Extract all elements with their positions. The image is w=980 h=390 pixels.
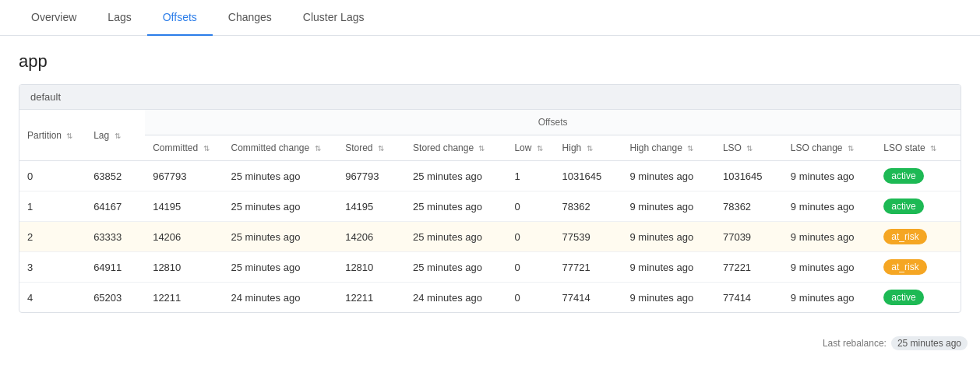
- cell-lso-change: 9 minutes ago: [783, 283, 876, 313]
- cell-stored: 12211: [337, 283, 405, 313]
- cell-lag: 63852: [86, 161, 145, 191]
- cell-committed-change: 25 minutes ago: [223, 252, 337, 283]
- cell-low: 0: [506, 283, 554, 313]
- sort-icon-high: ⇅: [587, 144, 593, 153]
- cell-low: 1: [506, 161, 554, 191]
- cell-low: 0: [506, 222, 554, 252]
- col-header-lso-change[interactable]: LSO change ⇅: [783, 135, 876, 161]
- table-row: 2633331420625 minutes ago1420625 minutes…: [19, 222, 961, 252]
- cell-lag: 64167: [86, 191, 145, 222]
- col-header-committed[interactable]: Committed ⇅: [145, 135, 223, 161]
- table-row: 4652031221124 minutes ago1221124 minutes…: [19, 283, 961, 313]
- table-card: default Partition ⇅ Lag ⇅ Offsets: [19, 84, 961, 313]
- cell-committed: 967793: [145, 161, 223, 191]
- app-title: app: [19, 51, 961, 72]
- cell-high: 77414: [555, 283, 622, 313]
- cell-high: 77539: [555, 222, 622, 252]
- cell-committed-change: 25 minutes ago: [223, 191, 337, 222]
- cell-lso-change: 9 minutes ago: [783, 161, 876, 191]
- col-header-lso[interactable]: LSO ⇅: [715, 135, 783, 161]
- cell-lso-change: 9 minutes ago: [783, 252, 876, 283]
- cell-lso: 77039: [715, 222, 783, 252]
- cell-stored-change: 24 minutes ago: [405, 283, 506, 313]
- cell-committed: 14206: [145, 222, 223, 252]
- cell-lso-change: 9 minutes ago: [783, 191, 876, 222]
- table-row: 1641671419525 minutes ago1419525 minutes…: [19, 191, 961, 222]
- cell-lso: 77221: [715, 252, 783, 283]
- tab-overview[interactable]: Overview: [16, 0, 92, 36]
- sort-icon-committed-change: ⇅: [315, 144, 321, 153]
- sort-icon-low: ⇅: [537, 144, 543, 153]
- cell-committed-change: 24 minutes ago: [223, 283, 337, 313]
- tab-lags[interactable]: Lags: [92, 0, 146, 36]
- sort-icon-partition: ⇅: [66, 132, 72, 140]
- sort-icon-lag: ⇅: [115, 132, 121, 140]
- cell-lso: 77414: [715, 283, 783, 313]
- cell-low: 0: [506, 191, 554, 222]
- sort-icon-lso-state: ⇅: [930, 144, 936, 153]
- status-badge: at_risk: [883, 229, 926, 244]
- tab-changes[interactable]: Changes: [213, 0, 287, 36]
- table-row: 06385296779325 minutes ago96779325 minut…: [19, 161, 961, 191]
- col-header-high-change[interactable]: High change ⇅: [622, 135, 714, 161]
- cell-high-change: 9 minutes ago: [622, 222, 714, 252]
- status-badge: active: [883, 199, 923, 214]
- offsets-group-header: Offsets: [145, 110, 961, 135]
- cell-lso-state: active: [876, 191, 961, 222]
- content-area: app default Partition ⇅ Lag ⇅ Offsets: [0, 36, 980, 329]
- cell-stored-change: 25 minutes ago: [405, 252, 506, 283]
- col-header-stored[interactable]: Stored ⇅: [337, 135, 405, 161]
- cell-lag: 65203: [86, 283, 145, 313]
- cell-stored: 14206: [337, 222, 405, 252]
- tabs-bar: Overview Lags Offsets Changes Cluster La…: [0, 0, 980, 36]
- cell-partition: 0: [19, 161, 86, 191]
- tab-cluster-lags[interactable]: Cluster Lags: [287, 0, 380, 36]
- cell-high-change: 9 minutes ago: [622, 252, 714, 283]
- sort-icon-high-change: ⇅: [687, 144, 693, 153]
- col-header-lag[interactable]: Lag ⇅: [86, 110, 145, 161]
- col-header-high[interactable]: High ⇅: [555, 135, 622, 161]
- cell-lso-change: 9 minutes ago: [783, 222, 876, 252]
- status-badge: at_risk: [883, 259, 926, 275]
- footer-bar: Last rebalance: 25 minutes ago: [0, 329, 980, 358]
- status-badge: active: [883, 290, 923, 305]
- tab-offsets[interactable]: Offsets: [147, 0, 213, 36]
- table-row: 3649111281025 minutes ago1281025 minutes…: [19, 252, 961, 283]
- cell-committed: 12211: [145, 283, 223, 313]
- cell-stored-change: 25 minutes ago: [405, 222, 506, 252]
- cell-partition: 1: [19, 191, 86, 222]
- cell-lag: 63333: [86, 222, 145, 252]
- cell-stored: 967793: [337, 161, 405, 191]
- cell-lag: 64911: [86, 252, 145, 283]
- cell-committed: 14195: [145, 191, 223, 222]
- status-badge: active: [883, 168, 923, 184]
- cell-high-change: 9 minutes ago: [622, 161, 714, 191]
- sort-icon-stored-change: ⇅: [478, 144, 485, 153]
- cell-stored: 12810: [337, 252, 405, 283]
- offsets-table: Partition ⇅ Lag ⇅ Offsets Committed ⇅: [19, 110, 961, 312]
- cell-high-change: 9 minutes ago: [622, 191, 714, 222]
- sort-icon-committed: ⇅: [203, 144, 210, 153]
- col-header-lso-state[interactable]: LSO state ⇅: [876, 135, 961, 161]
- cell-stored-change: 25 minutes ago: [405, 161, 506, 191]
- cell-committed: 12810: [145, 252, 223, 283]
- sort-icon-stored: ⇅: [378, 144, 384, 153]
- cell-partition: 2: [19, 222, 86, 252]
- col-header-committed-change[interactable]: Committed change ⇅: [223, 135, 337, 161]
- col-header-low[interactable]: Low ⇅: [506, 135, 554, 161]
- cell-lso: 78362: [715, 191, 783, 222]
- col-header-stored-change[interactable]: Stored change ⇅: [405, 135, 506, 161]
- cell-high-change: 9 minutes ago: [622, 283, 714, 313]
- rebalance-value: 25 minutes ago: [891, 336, 968, 350]
- col-header-partition[interactable]: Partition ⇅: [19, 110, 86, 161]
- cell-lso-state: active: [876, 283, 961, 313]
- cell-high: 1031645: [555, 161, 622, 191]
- cell-high: 77721: [555, 252, 622, 283]
- cell-partition: 4: [19, 283, 86, 313]
- page-container: Overview Lags Offsets Changes Cluster La…: [0, 0, 980, 390]
- sort-icon-lso: ⇅: [746, 144, 753, 153]
- cell-lso: 1031645: [715, 161, 783, 191]
- rebalance-label: Last rebalance:: [823, 338, 887, 349]
- cell-lso-state: at_risk: [876, 222, 961, 252]
- cell-low: 0: [506, 252, 554, 283]
